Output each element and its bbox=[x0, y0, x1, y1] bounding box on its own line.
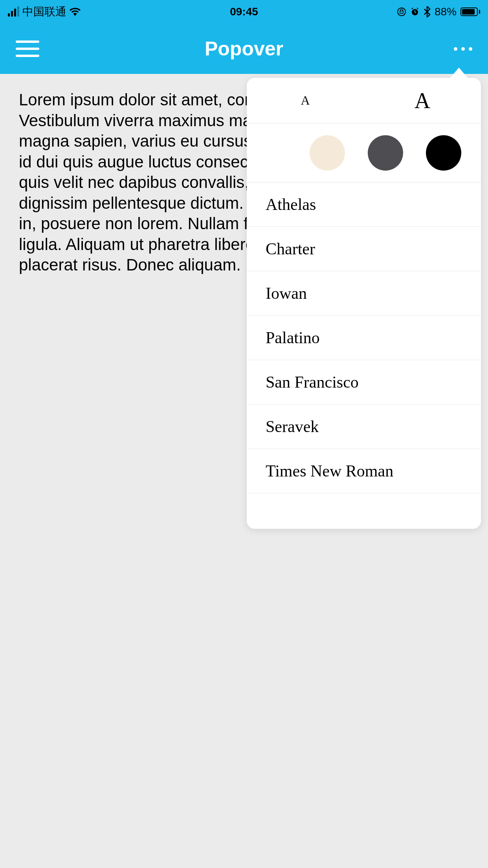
menu-button[interactable] bbox=[16, 40, 39, 57]
page-title: Popover bbox=[205, 37, 283, 60]
text-size-large-button[interactable]: A bbox=[364, 78, 481, 123]
font-list: Athelas Charter Iowan Palatino San Franc… bbox=[247, 182, 481, 529]
text-size-row: A A bbox=[247, 78, 481, 123]
font-option[interactable]: Palatino bbox=[247, 316, 481, 360]
carrier-label: 中国联通 bbox=[22, 4, 66, 19]
status-left: 中国联通 bbox=[8, 4, 81, 19]
font-option[interactable]: San Francisco bbox=[247, 360, 481, 405]
orientation-lock-icon bbox=[397, 7, 406, 17]
status-right: 88% bbox=[397, 6, 480, 18]
theme-sepia-button[interactable] bbox=[310, 135, 345, 171]
battery-pct-label: 88% bbox=[435, 6, 457, 18]
signal-icon bbox=[8, 7, 19, 17]
theme-color-row bbox=[247, 123, 481, 182]
alarm-icon bbox=[410, 7, 420, 17]
theme-black-button[interactable] bbox=[426, 135, 461, 171]
popover-arrow bbox=[449, 68, 468, 79]
time-label: 09:45 bbox=[230, 6, 258, 18]
font-option[interactable]: Charter bbox=[247, 227, 481, 271]
battery-icon bbox=[460, 7, 480, 16]
popover-panel: A A Athelas Charter Iowan Palatino San F… bbox=[247, 78, 481, 529]
nav-bar: Popover bbox=[0, 24, 488, 74]
bluetooth-icon bbox=[424, 6, 431, 17]
status-bar: 中国联通 09:45 88% bbox=[0, 0, 488, 24]
font-option[interactable]: Iowan bbox=[247, 271, 481, 316]
wifi-icon bbox=[70, 7, 81, 16]
more-button[interactable] bbox=[454, 47, 472, 51]
font-option[interactable]: Seravek bbox=[247, 405, 481, 449]
font-option[interactable]: Times New Roman bbox=[247, 449, 481, 493]
font-option[interactable]: Athelas bbox=[247, 182, 481, 227]
text-size-small-button[interactable]: A bbox=[247, 78, 364, 123]
theme-gray-button[interactable] bbox=[368, 135, 403, 171]
